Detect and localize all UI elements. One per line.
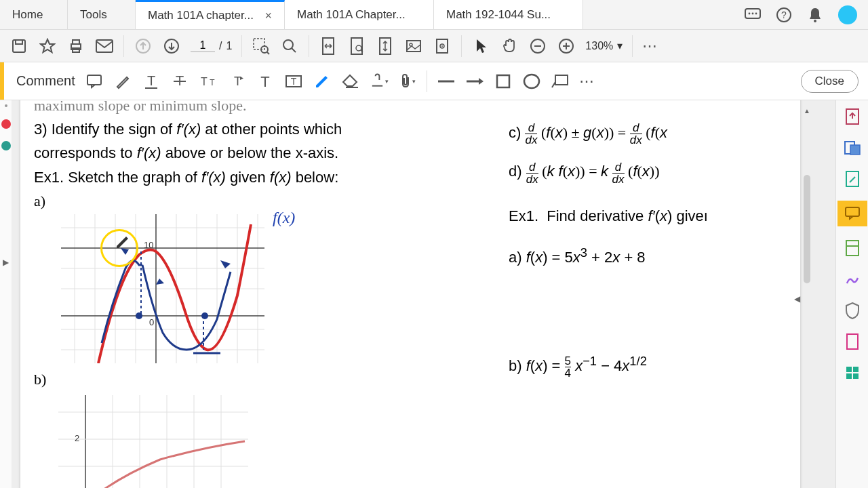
t: given — [226, 169, 270, 186]
prev-page-icon[interactable] — [134, 37, 153, 56]
more-icon[interactable]: ⋯ — [642, 37, 658, 55]
svg-rect-90 — [846, 207, 859, 216]
t: b) — [509, 357, 526, 374]
comment-panel-icon[interactable] — [837, 201, 867, 226]
text-strikethrough-icon[interactable]: T — [170, 72, 189, 91]
page-current-input[interactable] — [191, 39, 215, 52]
fit-width-icon[interactable] — [319, 37, 338, 56]
t: c) — [509, 124, 525, 141]
next-page-icon[interactable] — [162, 37, 181, 56]
text-callout-icon[interactable] — [551, 72, 570, 91]
svg-point-6 — [814, 20, 816, 22]
more-tools-rail-icon[interactable] — [843, 363, 862, 382]
avatar[interactable] — [838, 5, 857, 24]
attach-icon[interactable]: ▾ — [398, 72, 417, 91]
close-icon[interactable]: × — [264, 9, 272, 23]
green-marker-icon[interactable] — [1, 141, 11, 150]
adobe-sign-icon[interactable] — [843, 332, 862, 351]
main-toolbar: / 1 130% ▾ ⋯ — [0, 30, 868, 62]
svg-rect-35 — [87, 75, 101, 85]
cursor-icon[interactable] — [471, 37, 490, 56]
graph-b-svg — [58, 395, 248, 488]
create-pdf-icon[interactable] — [843, 107, 862, 126]
rule-d: d) ddx (k f(x)) = k ddx (f(x)) — [509, 159, 787, 184]
zoom-find-icon[interactable] — [280, 37, 299, 56]
eraser-icon[interactable] — [341, 72, 360, 91]
svg-rect-95 — [853, 367, 859, 372]
hand-icon[interactable] — [500, 37, 519, 56]
vertical-scrollbar[interactable]: ▲ — [803, 107, 811, 481]
export-pdf-icon[interactable] — [843, 138, 862, 157]
doc-line3c: corresponds to f′(x) above or below the … — [34, 141, 509, 165]
tab-bar: Home Tools Math 101A chapter... × Math 1… — [0, 0, 868, 30]
mail-icon[interactable] — [95, 37, 114, 56]
expand-right-icon[interactable]: ◀ — [794, 294, 800, 304]
t: a) — [509, 249, 526, 266]
zoom-out-icon[interactable] — [528, 37, 547, 56]
t: corresponds to — [34, 144, 137, 161]
svg-rect-12 — [96, 40, 113, 52]
graph-a-svg — [61, 214, 264, 363]
fit-page-icon[interactable] — [347, 37, 366, 56]
tab-doc-0[interactable]: Math 101A chapter... × — [136, 0, 285, 29]
scroll-thumb[interactable] — [804, 175, 810, 283]
tab-doc-0-label: Math 101A chapter... — [148, 9, 254, 22]
arrow-icon[interactable] — [465, 72, 484, 91]
tab-right-icons: ? — [734, 0, 868, 29]
svg-rect-93 — [847, 334, 858, 349]
zoom-dropdown[interactable]: 130% ▾ — [585, 39, 623, 52]
red-marker-icon[interactable] — [1, 119, 11, 129]
page-scroll-icon[interactable] — [376, 37, 395, 56]
graph-b: 2 — [58, 395, 248, 488]
rectangle-icon[interactable] — [494, 72, 513, 91]
svg-text:T: T — [260, 73, 269, 89]
protect-icon[interactable] — [843, 301, 862, 320]
tab-doc-2[interactable]: Math 192-1044 Su... — [434, 0, 583, 29]
more-tools-icon[interactable]: ⋯ — [579, 73, 595, 90]
tab-home[interactable]: Home — [0, 0, 68, 29]
separator — [427, 70, 427, 92]
fprime: f′(x) — [176, 121, 201, 138]
svg-point-75 — [201, 312, 208, 319]
print-icon[interactable] — [66, 37, 85, 56]
sticky-note-icon[interactable] — [85, 72, 104, 91]
thumbnail-dot[interactable] — [5, 104, 7, 107]
t: d) — [509, 163, 526, 180]
line-icon[interactable] — [437, 72, 456, 91]
fill-sign-icon[interactable] — [843, 270, 862, 289]
select-search-icon[interactable] — [252, 37, 271, 56]
save-icon[interactable] — [9, 37, 28, 56]
pencil-icon[interactable] — [313, 72, 332, 91]
organize-icon[interactable] — [843, 239, 862, 258]
tab-tools[interactable]: Tools — [68, 0, 136, 29]
tab-doc-1[interactable]: Math 101A Chapter... — [285, 0, 434, 29]
image-tool-icon[interactable] — [404, 37, 423, 56]
svg-text:T: T — [147, 73, 155, 88]
add-text-icon[interactable]: T — [256, 72, 275, 91]
close-button[interactable]: Close — [801, 70, 859, 93]
text-underline-icon[interactable]: T — [142, 72, 161, 91]
help-icon[interactable]: ? — [776, 7, 792, 23]
svg-point-3 — [755, 12, 757, 14]
edit-pdf-icon[interactable] — [843, 169, 862, 188]
oval-icon[interactable] — [522, 72, 541, 91]
svg-line-19 — [292, 48, 296, 52]
text-replace-icon[interactable]: TT — [199, 72, 218, 91]
expand-left-icon[interactable]: ▶ — [3, 258, 9, 267]
chat-icon[interactable] — [745, 7, 761, 23]
textbox-icon[interactable]: T — [284, 72, 303, 91]
text-insert-icon[interactable]: T▸ — [227, 72, 246, 91]
highlight-icon[interactable] — [113, 72, 132, 91]
part-a-label: a) — [34, 189, 509, 213]
stamp-icon[interactable]: ▾ — [370, 72, 389, 91]
axis-label-0: 0 — [149, 317, 154, 327]
bell-icon[interactable] — [807, 7, 823, 23]
separator — [123, 35, 124, 57]
doc-cutline: maximum slope or minimum slope. — [34, 100, 509, 117]
svg-point-22 — [356, 45, 361, 51]
star-icon[interactable] — [38, 37, 57, 56]
scroll-up-icon[interactable]: ▲ — [803, 107, 811, 117]
doc-line3: 3) Identify the sign of f′(x) at other p… — [34, 117, 509, 141]
zoom-in-icon[interactable] — [557, 37, 576, 56]
page-view-icon[interactable] — [433, 37, 452, 56]
